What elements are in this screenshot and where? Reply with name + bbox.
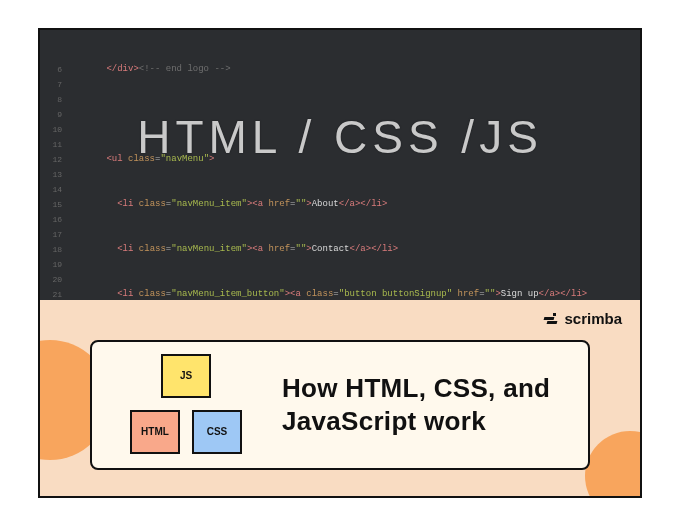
decoration-blob (585, 431, 640, 496)
tile-js: JS (161, 354, 211, 398)
scrimba-logo-icon (544, 311, 560, 325)
card-title: How HTML, CSS, and JavaScript work (282, 372, 562, 437)
course-card[interactable]: JS HTML CSS How HTML, CSS, and JavaScrip… (90, 340, 590, 470)
code-block: </div><!-- end logo --> <ul class="navMe… (74, 32, 640, 300)
brand-logo: scrimba (544, 310, 622, 327)
tile-css: CSS (192, 410, 242, 454)
promo-thumbnail: 6789101112131415161718192021222324252627… (38, 28, 642, 498)
lower-panel: scrimba JS HTML CSS How HTML, CSS, and J… (40, 300, 640, 496)
line-number-gutter: 6789101112131415161718192021222324252627… (40, 30, 68, 300)
language-tiles: JS HTML CSS (116, 350, 256, 460)
tile-html: HTML (130, 410, 180, 454)
code-editor-backdrop: 6789101112131415161718192021222324252627… (40, 30, 640, 300)
brand-name: scrimba (564, 310, 622, 327)
